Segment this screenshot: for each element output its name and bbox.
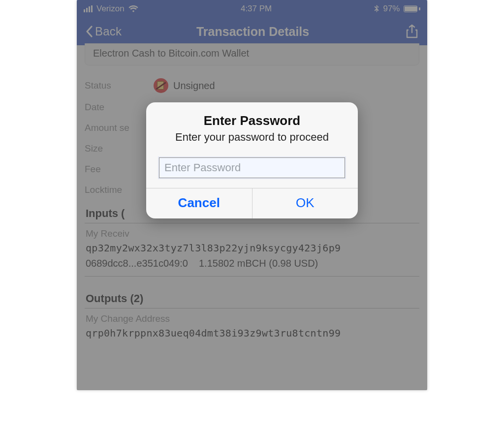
input-txid[interactable]: 0689dcc8...e351c049:0 xyxy=(86,258,188,269)
ok-button[interactable]: OK xyxy=(252,188,358,218)
input-amount: 1.15802 mBCH (0.98 USD) xyxy=(199,258,318,269)
wifi-icon xyxy=(128,5,138,13)
unsigned-icon xyxy=(154,78,168,93)
row-status: Status Unsigned xyxy=(85,74,419,97)
status-value: Unsigned xyxy=(173,80,215,92)
page-title: Transaction Details xyxy=(102,25,404,39)
signal-icon xyxy=(84,5,93,12)
carrier-label: Verizon xyxy=(96,4,125,14)
label-status: Status xyxy=(85,80,154,91)
tx-description: Electron Cash to Bitcoin.com Wallet xyxy=(85,43,419,65)
label-fee: Fee xyxy=(85,164,154,175)
inputs-sublabel: My Receiv xyxy=(85,223,419,240)
bluetooth-icon xyxy=(374,5,379,13)
outputs-heading: Outputs (2) xyxy=(85,285,419,309)
label-size: Size xyxy=(85,143,154,154)
nav-bar: Back Transaction Details xyxy=(77,18,427,45)
password-modal: Enter Password Enter your password to pr… xyxy=(146,102,358,218)
label-locktime: Locktime xyxy=(85,185,154,195)
clock: 4:37 PM xyxy=(241,4,272,14)
modal-title: Enter Password xyxy=(159,113,345,128)
modal-message: Enter your password to proceed xyxy=(159,130,345,145)
output-address[interactable]: qrp0h7krppnx83ueq04dmt38i93z9wt3ru8tcntn… xyxy=(85,325,419,341)
label-date: Date xyxy=(85,102,154,113)
input-address[interactable]: qp32my2wx32x3tyz7l3l83p22yjn9ksycgy423j6… xyxy=(85,240,419,256)
battery-icon xyxy=(404,5,420,12)
phone-frame: Verizon 4:37 PM 97% xyxy=(77,0,427,390)
input-detail: 0689dcc8...e351c049:01.15802 mBCH (0.98 … xyxy=(85,256,419,277)
cancel-button[interactable]: Cancel xyxy=(146,188,252,218)
label-amount: Amount se xyxy=(85,123,154,133)
share-icon xyxy=(406,24,418,39)
battery-pct: 97% xyxy=(383,4,400,14)
chevron-left-icon xyxy=(86,26,93,37)
share-button[interactable] xyxy=(404,24,418,39)
password-input[interactable] xyxy=(159,157,345,178)
status-bar: Verizon 4:37 PM 97% xyxy=(77,0,427,18)
outputs-sublabel: My Change Address xyxy=(85,309,419,325)
